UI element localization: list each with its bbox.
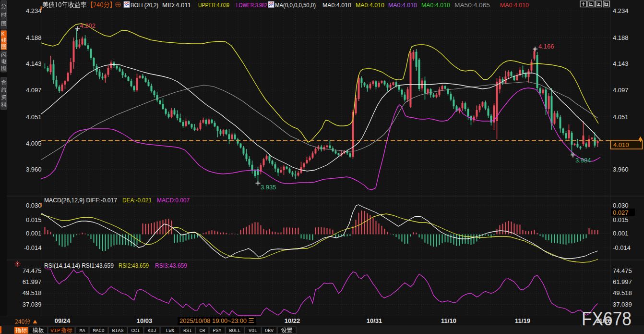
- svg-text:0.030: 0.030: [26, 202, 42, 209]
- svg-text:09/24: 09/24: [55, 317, 71, 324]
- svg-text:0.015: 0.015: [26, 216, 42, 223]
- svg-text:4.166: 4.166: [538, 43, 554, 50]
- svg-text:MA0:4.010: MA0:4.010: [500, 1, 529, 9]
- svg-text:BOLL: BOLL: [229, 327, 241, 334]
- svg-text:LW&: LW&: [166, 327, 175, 334]
- svg-text:CR: CR: [200, 327, 205, 334]
- svg-text:0.015: 0.015: [613, 216, 629, 223]
- svg-text:-0.014: -0.014: [613, 244, 631, 251]
- svg-text:DEA:-0.021: DEA:-0.021: [122, 197, 152, 204]
- svg-text:RSI3:43.659: RSI3:43.659: [155, 262, 187, 269]
- svg-text:74.475: 74.475: [23, 267, 42, 274]
- svg-text:RSI: RSI: [183, 327, 192, 334]
- svg-text:0.001: 0.001: [613, 230, 629, 237]
- svg-text:3.960: 3.960: [613, 166, 629, 173]
- svg-text:VIP: VIP: [50, 327, 60, 334]
- svg-text:0.027: 0.027: [613, 209, 629, 216]
- svg-text:4.051: 4.051: [613, 113, 629, 121]
- svg-text:MA: MA: [80, 327, 85, 334]
- svg-text:4.051: 4.051: [26, 113, 42, 121]
- svg-text:11/19: 11/19: [515, 317, 530, 324]
- svg-text:CCI: CCI: [131, 327, 140, 334]
- svg-text:RSI2:43.659: RSI2:43.659: [119, 262, 149, 269]
- svg-text:61.997: 61.997: [23, 278, 42, 285]
- svg-text:4.202: 4.202: [80, 22, 96, 29]
- svg-text:0.030: 0.030: [613, 202, 629, 209]
- svg-text:MA0:4.010: MA0:4.010: [421, 1, 450, 9]
- svg-text:RSI(14,14,14) RSI1:43.659: RSI(14,14,14) RSI1:43.659: [44, 262, 114, 269]
- svg-text:KDJ: KDJ: [148, 327, 156, 334]
- svg-text:3.935: 3.935: [261, 184, 276, 191]
- svg-text:4.188: 4.188: [26, 34, 42, 41]
- svg-text:MA0:4.010: MA0:4.010: [356, 1, 384, 9]
- svg-text:MACD:0.007: MACD:0.007: [157, 197, 190, 204]
- svg-text:4.234: 4.234: [613, 7, 629, 14]
- svg-text:2025/10/08 19:00~23:00: 2025/10/08 19:00~23:00: [179, 317, 247, 324]
- svg-text:BOLL(20,2): BOLL(20,2): [131, 1, 158, 9]
- svg-text:4.234: 4.234: [26, 7, 42, 14]
- svg-text:37.039: 37.039: [613, 301, 632, 308]
- svg-text:3.960: 3.960: [26, 166, 42, 173]
- svg-text:4.097: 4.097: [26, 87, 42, 94]
- svg-text:MA0:4.010: MA0:4.010: [322, 1, 351, 9]
- svg-text:MACD(26,12,9) DIFF:-0.017: MACD(26,12,9) DIFF:-0.017: [44, 197, 117, 204]
- svg-text:MA(0,0,0,0,50,0): MA(0,0,0,0,50,0): [275, 1, 316, 9]
- svg-text:10/03: 10/03: [137, 317, 153, 324]
- svg-text:61.997: 61.997: [613, 278, 632, 285]
- svg-text:LOWER:3.982: LOWER:3.982: [236, 1, 267, 9]
- svg-text:49.518: 49.518: [613, 289, 632, 297]
- svg-text:MACD: MACD: [93, 327, 105, 334]
- svg-text:UPPER:4.039: UPPER:4.039: [198, 1, 229, 9]
- svg-text:10/22: 10/22: [285, 317, 300, 324]
- svg-text:10/31: 10/31: [367, 317, 382, 324]
- svg-text:MA50:4.065: MA50:4.065: [454, 1, 490, 9]
- svg-text:3.984: 3.984: [575, 157, 591, 164]
- svg-text:OBV: OBV: [265, 327, 274, 334]
- svg-text:4.188: 4.188: [613, 34, 629, 41]
- svg-text:4.143: 4.143: [613, 60, 629, 67]
- svg-text:49.518: 49.518: [23, 289, 42, 297]
- svg-text:11/10: 11/10: [441, 317, 456, 324]
- svg-text:4.005: 4.005: [26, 140, 42, 147]
- svg-text:0.001: 0.001: [26, 230, 42, 237]
- svg-text:4.010: 4.010: [613, 141, 629, 148]
- svg-text:VOL: VOL: [249, 327, 257, 334]
- svg-text:PSY: PSY: [213, 327, 222, 334]
- svg-text:37.039: 37.039: [23, 301, 42, 308]
- svg-text:4.097: 4.097: [613, 87, 629, 94]
- svg-text:74.475: 74.475: [613, 267, 632, 274]
- svg-text:MA0:4.010: MA0:4.010: [388, 1, 417, 9]
- svg-text:MID:4.011: MID:4.011: [162, 1, 191, 9]
- svg-text:-0.014: -0.014: [24, 244, 42, 251]
- svg-text:BIAS: BIAS: [112, 327, 124, 334]
- svg-text:4.143: 4.143: [26, 60, 42, 67]
